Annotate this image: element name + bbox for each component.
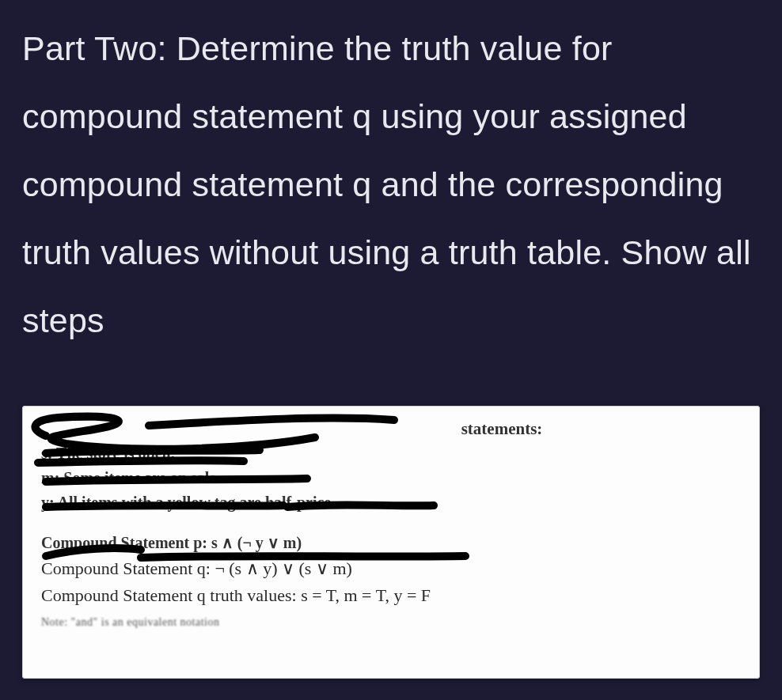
- statement-s: s: The store is open.: [41, 442, 741, 465]
- compound-p: Compound Statement p: s ∧ (¬ y ∨ m): [41, 532, 741, 554]
- compound-q: Compound Statement q: ¬ (s ∧ y) ∨ (s ∨ m…: [41, 556, 741, 581]
- statement-m: m: Some items are on sale.: [41, 467, 741, 490]
- statement-y: y: All items with a yellow tag are half-…: [41, 491, 741, 514]
- assignment-image: statements: s: The store is open. m: Som…: [22, 406, 760, 679]
- truth-values: Compound Statement q truth values: s = T…: [41, 583, 741, 608]
- part-two-instructions: Part Two: Determine the truth value for …: [0, 0, 782, 354]
- note-line: Note: "and" is an equivalent notation: [41, 616, 741, 629]
- statements-label: statements:: [41, 417, 741, 441]
